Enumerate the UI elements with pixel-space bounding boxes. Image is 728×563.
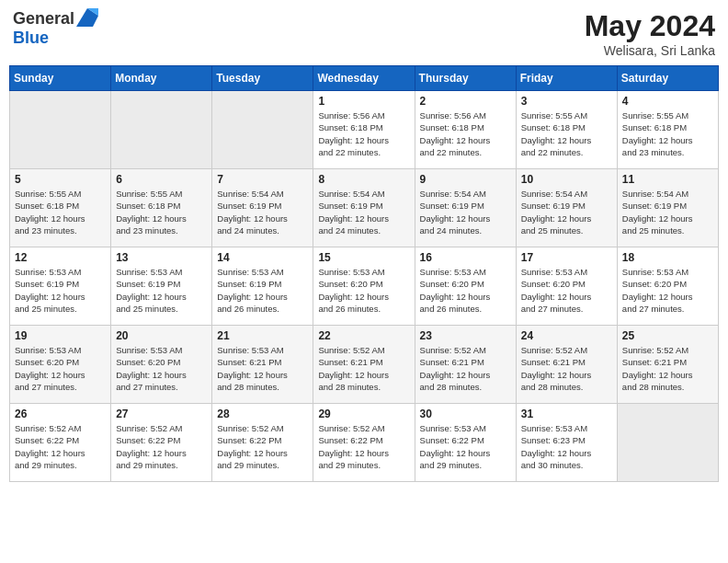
day-info: Sunrise: 5:52 AM Sunset: 6:21 PM Dayligh… (318, 344, 409, 393)
day-number: 21 (217, 329, 308, 342)
calendar-week-3: 12Sunrise: 5:53 AM Sunset: 6:19 PM Dayli… (10, 247, 719, 326)
day-number: 31 (521, 408, 612, 420)
calendar-cell (212, 91, 313, 169)
day-info: Sunrise: 5:56 AM Sunset: 6:18 PM Dayligh… (420, 109, 511, 158)
calendar-cell: 31Sunrise: 5:53 AM Sunset: 6:23 PM Dayli… (516, 404, 617, 482)
weekday-header-tuesday: Tuesday (212, 66, 313, 91)
day-info: Sunrise: 5:55 AM Sunset: 6:18 PM Dayligh… (116, 188, 207, 236)
day-info: Sunrise: 5:52 AM Sunset: 6:22 PM Dayligh… (15, 422, 106, 471)
day-number: 20 (116, 329, 207, 342)
day-info: Sunrise: 5:55 AM Sunset: 6:18 PM Dayligh… (15, 188, 106, 236)
day-number: 23 (420, 329, 511, 342)
calendar-cell: 21Sunrise: 5:53 AM Sunset: 6:21 PM Dayli… (212, 326, 313, 404)
day-info: Sunrise: 5:54 AM Sunset: 6:19 PM Dayligh… (318, 188, 409, 236)
day-number: 12 (15, 251, 106, 264)
calendar-cell: 20Sunrise: 5:53 AM Sunset: 6:20 PM Dayli… (111, 326, 212, 404)
day-number: 26 (15, 408, 106, 420)
day-info: Sunrise: 5:52 AM Sunset: 6:21 PM Dayligh… (420, 344, 511, 393)
day-number: 15 (318, 251, 409, 264)
day-info: Sunrise: 5:53 AM Sunset: 6:20 PM Dayligh… (15, 344, 106, 393)
day-info: Sunrise: 5:52 AM Sunset: 6:21 PM Dayligh… (622, 344, 713, 393)
day-number: 22 (318, 329, 409, 342)
day-info: Sunrise: 5:53 AM Sunset: 6:20 PM Dayligh… (318, 266, 409, 315)
day-number: 4 (622, 95, 713, 108)
calendar-cell (10, 91, 111, 169)
weekday-header-sunday: Sunday (10, 66, 111, 91)
calendar-cell: 8Sunrise: 5:54 AM Sunset: 6:19 PM Daylig… (313, 169, 415, 247)
day-number: 18 (622, 251, 713, 264)
day-info: Sunrise: 5:54 AM Sunset: 6:19 PM Dayligh… (622, 188, 713, 236)
calendar-cell: 15Sunrise: 5:53 AM Sunset: 6:20 PM Dayli… (313, 247, 415, 326)
calendar-cell: 28Sunrise: 5:52 AM Sunset: 6:22 PM Dayli… (212, 404, 313, 482)
day-info: Sunrise: 5:55 AM Sunset: 6:18 PM Dayligh… (521, 109, 612, 158)
day-number: 11 (622, 173, 713, 186)
day-number: 27 (116, 408, 207, 420)
location-subtitle: Welisara, Sri Lanka (585, 43, 715, 58)
day-number: 13 (116, 251, 207, 264)
logo-blue-text: Blue (13, 29, 49, 47)
day-number: 25 (622, 329, 713, 342)
page-header: General Blue May 2024 Welisara, Sri Lank… (9, 9, 719, 58)
day-info: Sunrise: 5:54 AM Sunset: 6:19 PM Dayligh… (217, 188, 308, 236)
weekday-header-row: SundayMondayTuesdayWednesdayThursdayFrid… (10, 66, 719, 91)
day-number: 8 (318, 173, 409, 186)
day-number: 29 (318, 408, 409, 420)
day-number: 19 (15, 329, 106, 342)
calendar-cell: 5Sunrise: 5:55 AM Sunset: 6:18 PM Daylig… (10, 169, 111, 247)
day-info: Sunrise: 5:53 AM Sunset: 6:23 PM Dayligh… (521, 422, 612, 471)
calendar-cell (617, 404, 718, 482)
calendar-cell: 6Sunrise: 5:55 AM Sunset: 6:18 PM Daylig… (111, 169, 212, 247)
day-info: Sunrise: 5:53 AM Sunset: 6:22 PM Dayligh… (420, 422, 511, 471)
day-info: Sunrise: 5:53 AM Sunset: 6:20 PM Dayligh… (521, 266, 612, 315)
day-info: Sunrise: 5:53 AM Sunset: 6:20 PM Dayligh… (116, 344, 207, 393)
day-info: Sunrise: 5:54 AM Sunset: 6:19 PM Dayligh… (521, 188, 612, 236)
calendar-table: SundayMondayTuesdayWednesdayThursdayFrid… (9, 65, 719, 482)
calendar-cell: 12Sunrise: 5:53 AM Sunset: 6:19 PM Dayli… (10, 247, 111, 326)
calendar-cell: 16Sunrise: 5:53 AM Sunset: 6:20 PM Dayli… (415, 247, 516, 326)
calendar-week-5: 26Sunrise: 5:52 AM Sunset: 6:22 PM Dayli… (10, 404, 719, 482)
calendar-cell: 14Sunrise: 5:53 AM Sunset: 6:19 PM Dayli… (212, 247, 313, 326)
calendar-cell: 30Sunrise: 5:53 AM Sunset: 6:22 PM Dayli… (415, 404, 516, 482)
weekday-header-saturday: Saturday (617, 66, 718, 91)
day-info: Sunrise: 5:53 AM Sunset: 6:19 PM Dayligh… (116, 266, 207, 315)
day-info: Sunrise: 5:52 AM Sunset: 6:22 PM Dayligh… (318, 422, 409, 471)
calendar-cell: 25Sunrise: 5:52 AM Sunset: 6:21 PM Dayli… (617, 326, 718, 404)
day-info: Sunrise: 5:53 AM Sunset: 6:19 PM Dayligh… (15, 266, 106, 315)
calendar-cell: 10Sunrise: 5:54 AM Sunset: 6:19 PM Dayli… (516, 169, 617, 247)
day-number: 14 (217, 251, 308, 264)
day-number: 9 (420, 173, 511, 186)
day-info: Sunrise: 5:53 AM Sunset: 6:21 PM Dayligh… (217, 344, 308, 393)
calendar-week-4: 19Sunrise: 5:53 AM Sunset: 6:20 PM Dayli… (10, 326, 719, 404)
month-title: May 2024 (585, 9, 715, 43)
day-number: 7 (217, 173, 308, 186)
day-info: Sunrise: 5:52 AM Sunset: 6:21 PM Dayligh… (521, 344, 612, 393)
calendar-cell: 26Sunrise: 5:52 AM Sunset: 6:22 PM Dayli… (10, 404, 111, 482)
calendar-cell: 22Sunrise: 5:52 AM Sunset: 6:21 PM Dayli… (313, 326, 415, 404)
day-number: 28 (217, 408, 308, 420)
day-number: 5 (15, 173, 106, 186)
calendar-cell: 19Sunrise: 5:53 AM Sunset: 6:20 PM Dayli… (10, 326, 111, 404)
logo-general-text: General (13, 9, 74, 29)
calendar-cell: 7Sunrise: 5:54 AM Sunset: 6:19 PM Daylig… (212, 169, 313, 247)
calendar-cell: 17Sunrise: 5:53 AM Sunset: 6:20 PM Dayli… (516, 247, 617, 326)
day-info: Sunrise: 5:54 AM Sunset: 6:19 PM Dayligh… (420, 188, 511, 236)
day-info: Sunrise: 5:52 AM Sunset: 6:22 PM Dayligh… (217, 422, 308, 471)
day-number: 30 (420, 408, 511, 420)
weekday-header-wednesday: Wednesday (313, 66, 415, 91)
weekday-header-monday: Monday (111, 66, 212, 91)
calendar-cell: 29Sunrise: 5:52 AM Sunset: 6:22 PM Dayli… (313, 404, 415, 482)
calendar-cell: 23Sunrise: 5:52 AM Sunset: 6:21 PM Dayli… (415, 326, 516, 404)
calendar-cell: 4Sunrise: 5:55 AM Sunset: 6:18 PM Daylig… (617, 91, 718, 169)
day-info: Sunrise: 5:53 AM Sunset: 6:20 PM Dayligh… (622, 266, 713, 315)
weekday-header-friday: Friday (516, 66, 617, 91)
title-area: May 2024 Welisara, Sri Lanka (585, 9, 715, 58)
logo: General Blue (13, 9, 98, 48)
day-number: 3 (521, 95, 612, 108)
calendar-week-2: 5Sunrise: 5:55 AM Sunset: 6:18 PM Daylig… (10, 169, 719, 247)
day-number: 24 (521, 329, 612, 342)
calendar-cell (111, 91, 212, 169)
day-info: Sunrise: 5:55 AM Sunset: 6:18 PM Dayligh… (622, 109, 713, 158)
day-number: 2 (420, 95, 511, 108)
logo-icon (76, 8, 98, 27)
day-number: 17 (521, 251, 612, 264)
